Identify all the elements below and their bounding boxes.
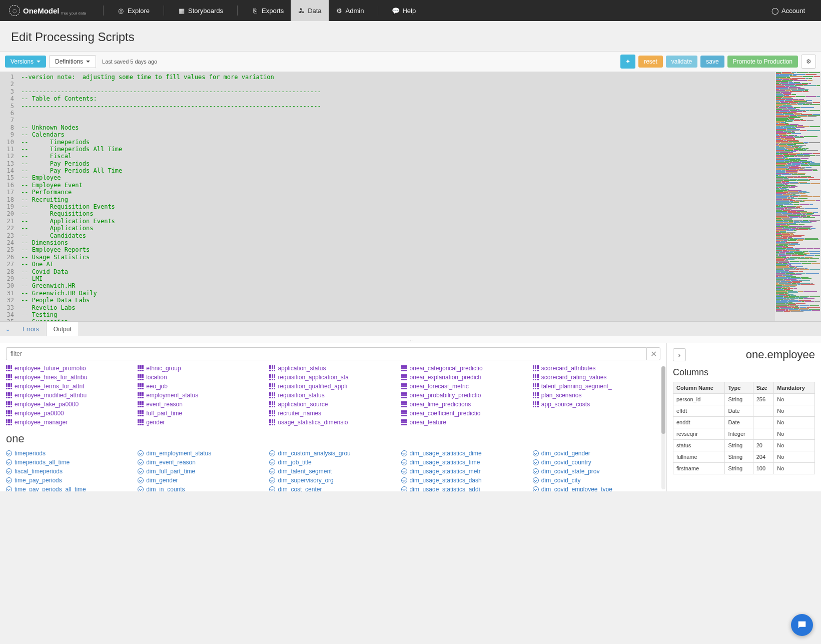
list-item[interactable]: dim_talent_segment xyxy=(269,467,397,475)
list-item[interactable]: oneai_coefficient_predictio xyxy=(401,409,529,417)
list-item[interactable]: requisition_application_sta xyxy=(269,373,397,381)
list-item[interactable]: employment_status xyxy=(138,391,265,399)
list-item[interactable]: time_pay_periods_all_time xyxy=(6,485,134,491)
table-row[interactable]: fullnameString204No xyxy=(673,451,815,463)
list-item[interactable]: dim_covid_employee_type xyxy=(533,485,660,491)
list-item[interactable]: requisition_status xyxy=(269,391,397,399)
table-row[interactable]: person_idString256No xyxy=(673,394,815,405)
list-item[interactable]: dim_usage_statistics_addi xyxy=(401,485,529,491)
list-item[interactable]: employee_fake_pa0000 xyxy=(6,400,134,408)
nav-data[interactable]: 🖧Data xyxy=(291,0,328,21)
list-item[interactable]: talent_planning_segment_ xyxy=(533,382,660,390)
list-item[interactable]: eeo_job xyxy=(138,382,265,390)
list-item[interactable]: app_source_costs xyxy=(533,400,660,408)
list-item[interactable]: scorecard_rating_values xyxy=(533,373,660,381)
list-item[interactable]: application_status xyxy=(269,364,397,372)
list-item[interactable]: oneai_probability_predictio xyxy=(401,391,529,399)
table-row[interactable]: enddtDateNo xyxy=(673,417,815,428)
list-item[interactable]: timeperiods xyxy=(6,449,134,457)
list-item[interactable]: oneai_forecast_metric xyxy=(401,382,529,390)
table-row[interactable]: statusString20No xyxy=(673,440,815,451)
list-item-label: requisition_status xyxy=(278,392,324,399)
list-item[interactable]: oneai_categorical_predictio xyxy=(401,364,529,372)
code-editor[interactable]: 1234567891011121314151617181920212223242… xyxy=(0,72,775,321)
list-item[interactable]: plan_scenarios xyxy=(533,391,660,399)
list-item[interactable]: dim_cost_center xyxy=(269,485,397,491)
columns-table: Column NameTypeSizeMandatory person_idSt… xyxy=(673,382,815,474)
list-item[interactable]: oneai_feature xyxy=(401,418,529,426)
minimap[interactable] xyxy=(775,72,821,321)
tab-output[interactable]: Output xyxy=(46,322,79,336)
table-row[interactable]: revseqnrIntegerNo xyxy=(673,428,815,440)
filter-input[interactable] xyxy=(6,347,646,360)
filter-clear-button[interactable]: ✕ xyxy=(646,347,660,360)
list-item-label: dim_usage_statistics_addi xyxy=(410,486,480,491)
list-item[interactable]: employee_modified_attribu xyxy=(6,391,134,399)
brand-logo[interactable]: ◌ OneModel free your data xyxy=(9,5,86,16)
selected-model-title: one.employee xyxy=(746,348,815,361)
list-item[interactable]: dim_usage_statistics_dash xyxy=(401,476,529,484)
list-item[interactable]: recruiter_names xyxy=(269,409,397,417)
list-item[interactable]: dim_job_title xyxy=(269,458,397,466)
nav-admin[interactable]: ⚙Admin xyxy=(329,0,371,21)
list-item[interactable]: usage_statistics_dimensio xyxy=(269,418,397,426)
reset-button[interactable]: reset xyxy=(638,56,663,68)
nav-storyboards[interactable]: ▦Storyboards xyxy=(171,0,230,21)
nav-account[interactable]: ◯Account xyxy=(764,0,812,21)
nav-exports[interactable]: ⎘Exports xyxy=(245,0,291,21)
scrollbar-thumb[interactable] xyxy=(661,366,665,434)
nav-help[interactable]: 💬Help xyxy=(385,0,423,21)
resize-handle[interactable]: … xyxy=(0,336,821,343)
code-area[interactable]: --version note: adjusting some time to f… xyxy=(18,72,775,321)
list-item[interactable]: dim_full_part_time xyxy=(138,467,265,475)
list-item[interactable]: dim_gender xyxy=(138,476,265,484)
list-item[interactable]: dim_employment_status xyxy=(138,449,265,457)
list-item[interactable]: requisition_qualified_appli xyxy=(269,382,397,390)
nav-explore[interactable]: ◎Explore xyxy=(111,0,157,21)
list-item[interactable]: timeperiods_all_time xyxy=(6,458,134,466)
scrollbar[interactable] xyxy=(661,366,665,489)
list-item[interactable]: location xyxy=(138,373,265,381)
list-item[interactable]: dim_usage_statistics_dime xyxy=(401,449,529,457)
sparkle-button[interactable]: ✦ xyxy=(620,55,635,69)
list-item[interactable]: dim_covid_state_prov xyxy=(533,467,660,475)
list-item-label: plan_scenarios xyxy=(541,392,582,399)
list-item[interactable]: dim_usage_statistics_time xyxy=(401,458,529,466)
validate-button[interactable]: validate xyxy=(666,56,697,68)
list-item[interactable]: full_part_time xyxy=(138,409,265,417)
list-item[interactable]: employee_future_promotio xyxy=(6,364,134,372)
list-item[interactable]: fiscal_timeperiods xyxy=(6,467,134,475)
save-button[interactable]: save xyxy=(700,56,724,68)
list-item-label: dim_usage_statistics_metr xyxy=(410,468,481,475)
settings-button[interactable]: ⚙ xyxy=(801,55,816,69)
list-item[interactable]: dim_custom_analysis_grou xyxy=(269,449,397,457)
list-item[interactable]: dim_covid_country xyxy=(533,458,660,466)
list-item[interactable]: dim_usage_statistics_metr xyxy=(401,467,529,475)
tab-errors[interactable]: Errors xyxy=(16,322,46,336)
list-item[interactable]: event_reason xyxy=(138,400,265,408)
expand-panel-button[interactable]: › xyxy=(673,348,686,361)
list-item[interactable]: employee_manager xyxy=(6,418,134,426)
list-item[interactable]: oneai_explanation_predicti xyxy=(401,373,529,381)
list-item[interactable]: application_source xyxy=(269,400,397,408)
list-item[interactable]: ethnic_group xyxy=(138,364,265,372)
list-item[interactable]: oneai_lime_predictions xyxy=(401,400,529,408)
check-circle-icon xyxy=(533,468,539,474)
list-item[interactable]: time_pay_periods xyxy=(6,476,134,484)
definitions-button[interactable]: Definitions xyxy=(49,55,96,68)
list-item[interactable]: dim_supervisory_org xyxy=(269,476,397,484)
list-item[interactable]: dim_in_counts xyxy=(138,485,265,491)
list-item[interactable]: dim_event_reason xyxy=(138,458,265,466)
collapse-panel-button[interactable]: ⌄ xyxy=(0,325,16,333)
list-item[interactable]: employee_pa0000 xyxy=(6,409,134,417)
list-item[interactable]: gender xyxy=(138,418,265,426)
list-item[interactable]: scorecard_attributes xyxy=(533,364,660,372)
list-item[interactable]: dim_covid_gender xyxy=(533,449,660,457)
promote-button[interactable]: Promote to Production xyxy=(727,56,798,68)
table-row[interactable]: firstnameString100No xyxy=(673,463,815,474)
list-item[interactable]: dim_covid_city xyxy=(533,476,660,484)
list-item[interactable]: employee_hires_for_attribu xyxy=(6,373,134,381)
list-item[interactable]: employee_terms_for_attrit xyxy=(6,382,134,390)
table-row[interactable]: effdtDateNo xyxy=(673,405,815,417)
versions-button[interactable]: Versions xyxy=(5,56,46,68)
